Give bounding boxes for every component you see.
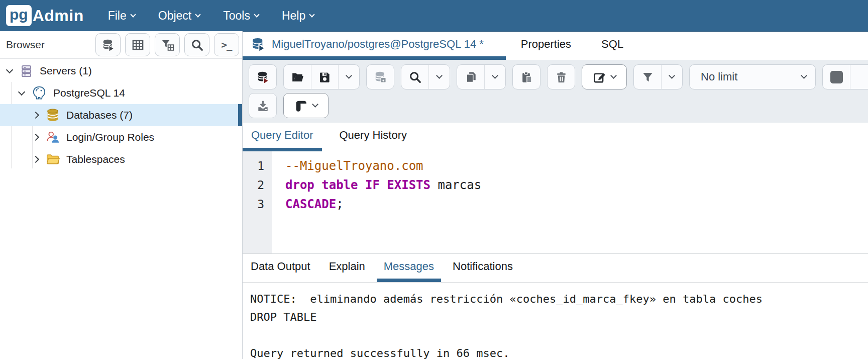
row-limit-select[interactable]: No limit <box>690 65 815 89</box>
database-icon <box>251 37 266 52</box>
copy-button[interactable] <box>457 65 484 89</box>
document-tabbar: MiguelTroyano/postgres@PostgreSQL 14 * P… <box>243 31 868 60</box>
tree-item-label: PostgreSQL 14 <box>53 87 125 99</box>
databases-icon <box>45 108 60 123</box>
chevron-down-icon <box>346 72 352 79</box>
message-line <box>250 326 868 344</box>
query-tool-button[interactable] <box>95 33 121 56</box>
logo-pg-badge: pg <box>6 5 32 26</box>
sql-comment: --MiguelTroyano.com <box>285 159 423 173</box>
tree-item-label: Servers (1) <box>40 65 92 77</box>
tab-query-tool-label: MiguelTroyano/postgres@PostgreSQL 14 * <box>272 38 484 51</box>
message-line: NOTICE: eliminando además restricción «c… <box>250 290 868 308</box>
filter-group <box>633 64 683 89</box>
filtered-rows-button[interactable] <box>155 33 180 56</box>
messages-output[interactable]: NOTICE: eliminando además restricción «c… <box>243 282 868 359</box>
tree-item-label: Login/Group Roles <box>66 131 154 143</box>
save-file-icon <box>318 70 332 84</box>
tab-sql[interactable]: SQL <box>586 32 638 60</box>
tree-item-label: Databases (7) <box>66 109 133 121</box>
line-number-gutter: 1 2 3 <box>243 151 272 253</box>
menu-help[interactable]: Help <box>282 9 314 23</box>
copy-icon <box>464 70 478 84</box>
open-file-icon <box>291 70 304 84</box>
tree-item-servers[interactable]: Servers (1) <box>0 60 242 82</box>
execute-button[interactable] <box>850 65 868 89</box>
tree-item-tablespaces[interactable]: Tablespaces <box>0 148 242 170</box>
paste-icon <box>520 70 533 84</box>
tab-messages[interactable]: Messages <box>377 254 441 282</box>
menu-tools[interactable]: Tools <box>223 9 259 23</box>
filter-button[interactable] <box>634 65 661 89</box>
psql-tool-button[interactable]: >_ <box>214 33 239 56</box>
chevron-down-icon <box>254 12 259 17</box>
menu-tools-label: Tools <box>223 9 250 23</box>
tree-item-login-group-roles[interactable]: Login/Group Roles <box>0 126 242 148</box>
chevron-down-icon <box>312 101 318 108</box>
toolbar-row-2 <box>249 93 868 118</box>
download-results-icon <box>256 99 270 113</box>
macro-scroll-icon <box>294 99 308 113</box>
code-line: CASCADE; <box>285 195 481 214</box>
tablespaces-icon <box>45 152 60 167</box>
find-icon <box>408 70 422 84</box>
tab-notifications-label: Notifications <box>453 260 513 273</box>
tab-query-tool[interactable]: MiguelTroyano/postgres@PostgreSQL 14 * <box>243 32 506 60</box>
chevron-down-icon <box>436 72 443 79</box>
search-objects-button[interactable] <box>184 33 209 56</box>
tab-query-history[interactable]: Query History <box>331 123 415 151</box>
new-query-tool-button[interactable] <box>249 65 276 89</box>
paste-button[interactable] <box>513 65 540 89</box>
expander-closed-icon[interactable] <box>32 156 39 163</box>
tab-properties-label: Properties <box>521 38 571 51</box>
delete-button[interactable] <box>548 65 575 89</box>
expander-closed-icon[interactable] <box>32 112 39 119</box>
postgresql-elephant-icon <box>31 85 47 101</box>
save-file-button[interactable] <box>311 65 338 89</box>
paste-group <box>512 64 540 89</box>
download-results-button[interactable] <box>249 94 276 118</box>
code-line: --MiguelTroyano.com <box>285 156 481 175</box>
open-file-button[interactable] <box>284 65 311 89</box>
save-data-changes-button[interactable] <box>367 65 394 89</box>
tree-item-databases[interactable]: Databases (7) <box>0 104 242 126</box>
edit-group <box>582 64 627 89</box>
object-explorer-tree: Servers (1) PostgreSQL 14 <box>0 59 242 359</box>
view-data-button[interactable] <box>125 33 150 56</box>
sql-code-area[interactable]: --MiguelTroyano.com drop table IF EXISTS… <box>272 151 481 253</box>
download-group <box>249 93 277 118</box>
tab-query-editor[interactable]: Query Editor <box>243 123 322 151</box>
tab-explain[interactable]: Explain <box>322 254 372 282</box>
tab-notifications[interactable]: Notifications <box>446 254 520 282</box>
code-line: drop table IF EXISTS marcas <box>285 175 481 195</box>
copy-dropdown-button[interactable] <box>484 65 505 89</box>
expander-open-icon[interactable] <box>18 88 25 95</box>
browser-title: Browser <box>6 39 45 51</box>
sql-identifier: marcas <box>430 178 481 192</box>
tab-properties[interactable]: Properties <box>506 32 586 60</box>
save-file-dropdown-button[interactable] <box>338 65 359 89</box>
tab-data-output-label: Data Output <box>251 260 310 273</box>
tab-query-editor-label: Query Editor <box>251 129 313 142</box>
filter-dropdown-button[interactable] <box>661 65 682 89</box>
save-data-group <box>366 64 394 89</box>
delete-group <box>547 64 575 89</box>
expander-open-icon[interactable] <box>6 66 13 73</box>
expander-closed-icon[interactable] <box>32 134 39 141</box>
menu-file[interactable]: File <box>108 9 135 23</box>
find-button[interactable] <box>401 65 428 89</box>
browser-panel-header: Browser <box>0 31 242 59</box>
menu-object[interactable]: Object <box>158 9 200 23</box>
chevron-down-icon <box>195 12 201 17</box>
sql-editor[interactable]: 1 2 3 --MiguelTroyano.com drop table IF … <box>243 151 868 253</box>
find-dropdown-button[interactable] <box>428 65 450 89</box>
logo-admin-text: Admin <box>33 7 84 25</box>
edit-button[interactable] <box>582 65 626 89</box>
macro-button[interactable] <box>284 94 328 118</box>
stop-icon <box>830 71 843 83</box>
tree-item-label: Tablespaces <box>66 153 125 165</box>
tab-data-output[interactable]: Data Output <box>244 254 317 282</box>
stop-button[interactable] <box>823 65 850 89</box>
tree-item-postgresql-14[interactable]: PostgreSQL 14 <box>0 82 242 104</box>
toolbar-row-1: No limit <box>249 64 868 89</box>
